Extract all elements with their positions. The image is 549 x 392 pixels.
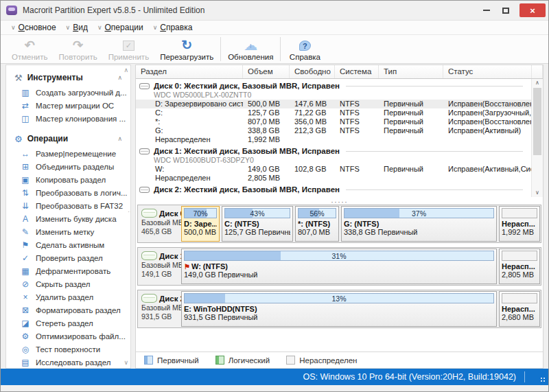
sidebar-scroll-down-icon[interactable]: ∨ (124, 360, 128, 366)
wipe-partition-icon: ◪ (20, 319, 31, 328)
sidebar-item[interactable]: ◫Мастер клонирования ... (6, 112, 130, 125)
sidebar-item[interactable]: ✎Изменить метку (6, 225, 130, 238)
menu-item-1[interactable]: ∨Вид (61, 21, 93, 34)
body: ∧ ∨ ··· ⚒Инструменты▥Создать загрузочный… (1, 64, 548, 369)
sidebar-item[interactable]: ⊞Объединить разделы (6, 160, 130, 173)
sidebar-item-label: Исследовать раздел (36, 358, 110, 367)
sidebar-item[interactable]: ⚙Оптимизировать файл... (6, 330, 130, 343)
usage-bar: 37% (344, 208, 494, 218)
sidebar-group-операции[interactable]: ⚙Операции (6, 130, 130, 147)
cell-fs: NTFS (335, 100, 379, 108)
sidebar-group-инструменты[interactable]: ⚒Инструменты (6, 69, 130, 86)
sidebar-item[interactable]: ⚑Сделать активным (6, 238, 130, 251)
partition-block[interactable]: 13%E: WinToHDD(NTFS)931,5 GB Первичный (181, 291, 497, 327)
cell-type: Первичный (379, 100, 443, 108)
os-migration-icon: ⇄ (20, 101, 31, 111)
maximize-icon (502, 8, 509, 14)
partition-block[interactable]: 37%G: (NTFS)338,8 GB Первичный (341, 206, 497, 242)
partition-block[interactable]: 43%C: (NTFS)125,7 GB Первичный (222, 206, 293, 242)
toolbar: ↶Отменить↷Повторить✓Применить↻Перезагруз… (1, 35, 548, 64)
toolbar-separator (280, 37, 281, 61)
resize-grip[interactable] (541, 378, 546, 383)
optimize-icon: ⚙ (20, 332, 31, 341)
column-header[interactable]: Свободно (290, 65, 335, 78)
sidebar-item[interactable]: ▦Дефрагментировать (6, 264, 130, 277)
arrow-up-icon: ↑ (249, 40, 253, 52)
horizontal-splitter[interactable]: ····· (136, 197, 543, 205)
toolbar-button-label: Применить (108, 53, 149, 61)
disk-icon (141, 209, 157, 218)
sidebar-item[interactable]: ⇄Мастер миграции ОС (6, 99, 130, 112)
table-row[interactable]: *:807,0 MB356,0 MBNTFSПервичныйИсправен(… (136, 117, 531, 126)
column-header[interactable]: Объем (243, 65, 290, 78)
table-row[interactable]: Нераспределен2,805 MB (136, 174, 531, 183)
menu-item-0[interactable]: ∨Основное (6, 21, 61, 34)
sidebar-item[interactable]: ⇊Преобразовать в FAT32 (6, 199, 130, 212)
sidebar-item[interactable]: ◎Тест поверхности (6, 343, 130, 356)
partition-block[interactable]: 31%⚑W: (NTFS)149,0 GB Первичный (181, 249, 497, 284)
collapse-icon[interactable] (117, 135, 122, 142)
maximize-button[interactable] (496, 3, 515, 17)
column-header[interactable]: Тип (379, 65, 443, 78)
minimize-icon (483, 10, 490, 11)
sidebar-item-label: Скрыть раздел (36, 280, 91, 288)
sidebar-item[interactable]: ▤Исследовать раздел (6, 356, 130, 369)
sidebar-item[interactable]: ▥Создать загрузочный д... (6, 86, 130, 99)
apply-button[interactable]: ✓Применить (103, 35, 154, 63)
disk-group-title: Диск 0: Жесткий диск, Базовый MBR, Испра… (154, 81, 340, 91)
disk-group-header: Диск 0: Жесткий диск, Базовый MBR, Испра… (136, 79, 531, 100)
column-header[interactable]: Статус (443, 65, 531, 78)
sidebar-item[interactable]: ⊘Скрыть раздел (6, 277, 130, 290)
updates-button[interactable]: ☁↑Обновления (222, 35, 279, 63)
menu-item-2[interactable]: ∨Операции (93, 21, 148, 34)
table-scrollbar[interactable]: ∧ ∨ (531, 79, 543, 197)
undo-button[interactable]: ↶Отменить (6, 35, 54, 63)
collapse-icon[interactable] (117, 74, 122, 81)
table-row[interactable]: D: Зарезервировано систе...500,0 MB147,6… (136, 100, 531, 108)
operations-icon: ⚙ (14, 134, 23, 144)
partition-label: *: (NTFS) (298, 220, 336, 228)
cell-name: D: Зарезервировано систе... (136, 100, 243, 108)
cell-free: 147,6 MB (290, 100, 335, 108)
unallocated-block[interactable]: Нерасп...2,805 MB (499, 249, 540, 284)
close-button[interactable]: × (519, 3, 546, 17)
menu-item-3[interactable]: ∨Справка (148, 21, 198, 34)
table-row[interactable]: G:338,8 GB212,3 GBNTFSПервичныйИсправен(… (136, 126, 531, 135)
sidebar-item[interactable]: AИзменить букву диска (6, 212, 130, 225)
sidebar-scroll-up-icon[interactable]: ∧ (124, 67, 128, 73)
sidebar-item[interactable]: ↔Размер|перемещение (6, 147, 130, 160)
redo-button[interactable]: ↷Повторить (54, 35, 103, 63)
scroll-up-icon[interactable]: ∧ (532, 79, 543, 87)
sidebar-splitter-handle[interactable]: ··· (128, 211, 130, 213)
app-window: Macrorit Partition Expert v5.8.5 - Unlim… (0, 0, 549, 392)
table-row[interactable]: C:125,7 GB71,22 GBNTFSПервичныйИсправен(… (136, 108, 531, 117)
sidebar-item[interactable]: ⇅Преобразовать в логич... (6, 186, 130, 199)
table-row[interactable]: W:149,0 GB102,8 GBNTFSПервичныйИсправен(… (136, 165, 531, 174)
format-partition-icon: ⊠ (20, 305, 31, 315)
disk-panel: Диск 0Базовый MBR465,8 GB70%D: Заре...50… (137, 205, 541, 243)
table-header-scroll-spacer (531, 65, 543, 78)
partition-block[interactable]: 56%*: (NTFS)807,0 MB (295, 206, 339, 242)
sidebar-item[interactable]: ▣Копировать раздел (6, 173, 130, 186)
cell-status: Исправен(Активный) (443, 126, 531, 135)
help-button[interactable]: ?Справка (282, 35, 327, 63)
partition-block[interactable]: 70%D: Заре...500,0 MB (181, 206, 220, 242)
sidebar-item[interactable]: ✓Проверить раздел (6, 251, 130, 264)
sidebar-item[interactable]: ◪Стереть раздел (6, 316, 130, 330)
reload-button[interactable]: ↻Перезагрузить (154, 35, 219, 63)
scrollbar-thumb[interactable] (533, 88, 541, 155)
scroll-down-icon[interactable]: ∨ (532, 189, 543, 197)
toolbar-button-label: Повторить (59, 53, 97, 61)
cell-status (443, 174, 531, 183)
unallocated-block[interactable]: Нерасп...2,680 MB (499, 291, 540, 327)
disk-partitions: 13%E: WinToHDD(NTFS)931,5 GB ПервичныйНе… (181, 291, 540, 327)
column-header[interactable]: Система (335, 65, 379, 78)
disk-map-empty-area (136, 332, 543, 351)
minimize-button[interactable] (477, 3, 496, 17)
sidebar-item[interactable]: ⊠Форматировать раздел (6, 303, 130, 316)
sidebar-item[interactable]: ×Удалить раздел (6, 290, 130, 303)
usage-bar: 31% (184, 251, 494, 261)
column-header[interactable]: Раздел (136, 65, 243, 78)
table-row[interactable]: Нераспределен1,992 MB (136, 135, 531, 144)
unallocated-block[interactable]: Нерасп...1,992 MB (499, 206, 540, 242)
